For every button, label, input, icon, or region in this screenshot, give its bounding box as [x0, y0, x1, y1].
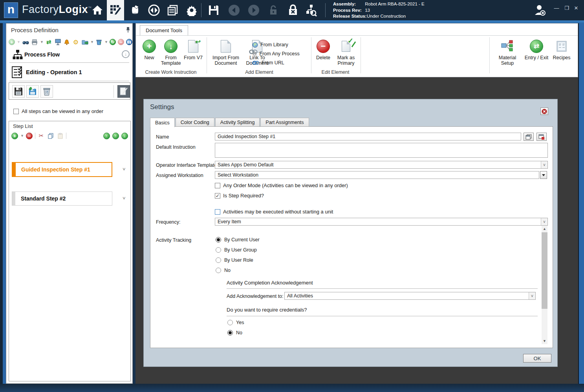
scroll-up-arrow[interactable]: ▲	[542, 226, 547, 232]
operator-interface-template-select[interactable]: Sales Apps Demo Default ˅	[215, 161, 548, 169]
process-search-icon[interactable]	[302, 0, 320, 20]
name-copy-button[interactable]	[524, 133, 534, 141]
import-from-document-button[interactable]: Import From Document	[209, 39, 243, 66]
process-flow-row[interactable]: Process Flow ↓	[6, 48, 132, 62]
recipes-icon	[556, 40, 568, 52]
delete-element-button[interactable]: − Delete	[313, 39, 333, 60]
plus-circle-icon: +	[143, 40, 156, 53]
close-x-icon	[542, 109, 547, 114]
from-library-button[interactable]: From Library	[252, 41, 288, 48]
ok-button[interactable]: OK	[523, 354, 551, 363]
recycle-dropdown-caret[interactable]: ▼	[104, 40, 108, 44]
tab-document-tools[interactable]: Document Tools	[140, 25, 188, 35]
home-icon[interactable]	[89, 0, 106, 20]
credentials-no-radio[interactable]	[227, 330, 233, 335]
print-icon[interactable]	[31, 38, 38, 46]
minimize-button[interactable]: —	[551, 0, 562, 16]
frequency-select[interactable]: Every Item ˅	[215, 218, 548, 226]
paste-icon[interactable]	[57, 132, 64, 139]
any-order-mode-checkbox[interactable]	[215, 183, 220, 188]
unlock-icon[interactable]	[265, 0, 282, 20]
cut-icon[interactable]: ✂	[38, 132, 45, 139]
user-logout-icon[interactable]	[531, 0, 548, 20]
documents-icon[interactable]	[164, 0, 181, 20]
workstation-board-icon[interactable]	[54, 38, 61, 46]
from-url-button[interactable]: From URL	[252, 59, 284, 66]
move-down-icon[interactable]: ↓	[121, 133, 128, 139]
recycle-icon[interactable]	[95, 38, 103, 46]
scroll-thumb[interactable]	[542, 232, 547, 309]
back-icon[interactable]	[225, 0, 243, 20]
assigned-workstation-combo[interactable]: Select Workstation	[215, 171, 539, 179]
copy-icon[interactable]	[47, 132, 54, 139]
name-save-button[interactable]	[536, 133, 547, 141]
find-binoculars-icon[interactable]	[22, 38, 29, 46]
activities-without-unit-checkbox[interactable]	[215, 209, 220, 215]
collapse-circle-icon[interactable]: ↓	[122, 50, 130, 58]
new-work-instruction-button[interactable]: + New	[141, 39, 158, 60]
refresh-icon[interactable]: ↻	[110, 39, 116, 45]
default-instruction-textarea[interactable]	[215, 143, 548, 158]
tab-color-coding[interactable]: Color Coding	[176, 118, 214, 127]
move-up-icon[interactable]: ↑	[112, 133, 119, 139]
add-ack-select[interactable]: All Activities ˅	[284, 292, 536, 300]
gear-yellow-icon[interactable]: ⚙	[72, 38, 79, 46]
import-arrow-icon: ↩	[196, 39, 201, 45]
stop-icon[interactable]: −	[118, 39, 124, 45]
lock-release-icon[interactable]	[284, 0, 302, 20]
close-button[interactable]: ✕	[571, 0, 581, 16]
bell-icon[interactable]	[63, 38, 70, 46]
delete-operation-button[interactable]: 7	[40, 85, 53, 98]
pin-icon[interactable]	[125, 27, 131, 33]
entry-exit-button[interactable]: ⇄ Entry / Exit	[522, 39, 551, 60]
step-item-standard[interactable]: Standard Step #2	[12, 191, 112, 206]
forward-icon[interactable]	[245, 0, 262, 20]
from-template-button[interactable]: ↓ From Template	[159, 39, 183, 66]
tab-activity-splitting[interactable]: Activity Splitting	[215, 118, 260, 127]
maximize-button[interactable]: ❒	[562, 0, 572, 16]
move-top-icon[interactable]: ↑	[103, 133, 110, 139]
add-dropdown-caret[interactable]: ▼	[17, 40, 20, 44]
save-operation-button[interactable]	[12, 85, 25, 98]
save-import-button[interactable]	[26, 85, 39, 98]
add-step-icon[interactable]: +	[11, 133, 18, 139]
process-editor-icon[interactable]	[107, 0, 124, 20]
save-icon[interactable]	[205, 0, 222, 20]
pause-icon[interactable]: ▮▮	[126, 39, 132, 45]
add-step-caret[interactable]: ▼	[20, 134, 24, 138]
add-process-icon[interactable]: +	[9, 39, 15, 45]
from-v7-button[interactable]: ↩ From V7	[184, 39, 203, 60]
credentials-yes-radio[interactable]	[227, 320, 233, 325]
settings-gear-icon[interactable]	[183, 0, 200, 20]
by-current-user-label: By Current User	[224, 237, 260, 242]
new-label: New	[144, 55, 154, 60]
tracking-no-radio[interactable]	[216, 268, 221, 273]
step2-expand-chevron[interactable]: ˅	[123, 195, 126, 201]
is-step-required-checkbox[interactable]: ✓	[215, 193, 220, 199]
recipes-button[interactable]: Recipes	[551, 39, 573, 60]
export-dropdown-caret[interactable]: ▼	[90, 40, 93, 44]
export-folder-icon[interactable]	[81, 38, 88, 46]
edit-mode-button[interactable]	[117, 85, 130, 98]
exchange-icon[interactable]: ⇄	[45, 38, 52, 46]
form-scrollbar[interactable]: ▲ ▼	[542, 226, 547, 344]
any-order-checkbox[interactable]	[13, 109, 19, 114]
name-input[interactable]	[215, 133, 521, 140]
print-dropdown-caret[interactable]: ▼	[40, 40, 43, 44]
by-user-role-radio[interactable]	[216, 257, 221, 263]
from-any-process-button[interactable]: ⚙ From Any Process	[252, 50, 300, 57]
by-current-user-radio[interactable]	[216, 237, 221, 242]
by-user-group-radio[interactable]	[216, 247, 221, 253]
mark-as-primary-button[interactable]: ✓ Mark as Primary	[334, 39, 358, 66]
materials-icon[interactable]	[126, 0, 144, 20]
assigned-workstation-dropdown-button[interactable]	[540, 171, 547, 179]
step1-expand-chevron[interactable]: ˅	[123, 166, 126, 172]
tab-basics[interactable]: Basics	[150, 118, 175, 127]
remove-step-icon[interactable]: −	[26, 133, 33, 139]
step-item-guided-inspection[interactable]: Guided Inspection Step #1	[12, 162, 112, 177]
material-setup-button[interactable]: Material Setup	[496, 39, 519, 66]
dialog-close-button[interactable]	[540, 108, 548, 115]
sync-icon[interactable]	[145, 0, 163, 20]
tab-part-assignments[interactable]: Part Assignments	[260, 118, 309, 127]
scroll-down-arrow[interactable]: ▼	[542, 338, 547, 344]
